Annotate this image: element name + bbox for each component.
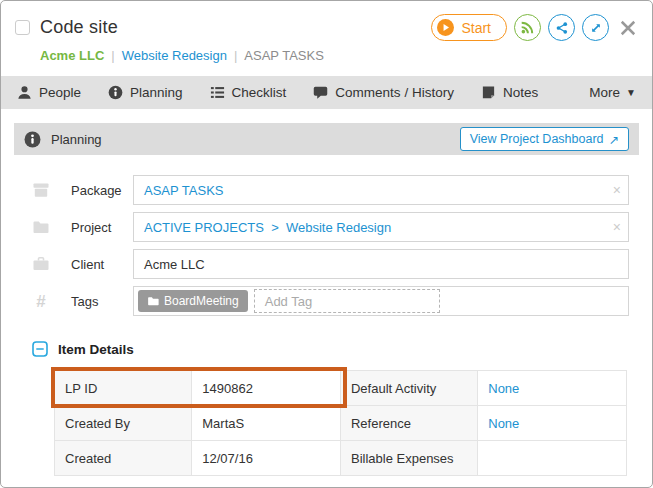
project-field-row: Project ACTIVE PROJECTS > Website Redesi… — [14, 212, 639, 242]
tags-field-row: # Tags BoardMeeting Add Tag — [14, 286, 639, 316]
view-project-dashboard-button[interactable]: View Project Dashboard ↗ — [460, 127, 629, 151]
tab-label: Checklist — [232, 85, 287, 100]
table-row: Created By MartaS Reference None — [55, 406, 627, 441]
breadcrumb-separator: | — [234, 48, 237, 63]
tab-label: Planning — [130, 85, 183, 100]
feed-icon[interactable] — [514, 14, 541, 41]
package-input[interactable]: ASAP TASKS × — [133, 175, 629, 205]
section-title: Planning — [51, 132, 102, 147]
checklist-icon — [210, 85, 225, 100]
tab-people[interactable]: People — [17, 85, 81, 100]
lp-id-label: LP ID — [55, 371, 192, 406]
package-field-row: Package ASAP TASKS × — [14, 175, 639, 205]
project-input[interactable]: ACTIVE PROJECTS > Website Redesign × — [133, 212, 629, 242]
planning-section-header: Planning View Project Dashboard ↗ — [14, 123, 639, 155]
folder-icon — [147, 295, 159, 307]
planning-fields: Package ASAP TASKS × Project ACTIVE PROJ… — [14, 175, 639, 316]
tab-label: Notes — [503, 85, 538, 100]
project-value[interactable]: ACTIVE PROJECTS > Website Redesign — [144, 220, 391, 235]
chevron-down-icon: ▼ — [626, 87, 636, 98]
billable-expenses-label: Billable Expenses — [340, 441, 477, 476]
reference-label: Reference — [340, 406, 477, 441]
created-by-value: MartaS — [192, 406, 341, 441]
client-input[interactable]: Acme LLC — [133, 249, 629, 279]
briefcase-icon — [31, 255, 51, 273]
clear-icon[interactable]: × — [613, 183, 621, 197]
dashboard-button-label: View Project Dashboard — [470, 132, 604, 146]
tab-checklist[interactable]: Checklist — [210, 85, 287, 100]
external-link-icon: ↗ — [609, 132, 619, 147]
info-icon — [108, 85, 123, 100]
tab-comments-history[interactable]: Comments / History — [313, 85, 454, 100]
tab-bar: People Planning Checklist Comments / His… — [1, 76, 652, 109]
field-label: Client — [71, 257, 133, 272]
package-icon — [31, 181, 51, 199]
task-detail-dialog: Code site Start — [0, 0, 653, 488]
item-details-header: Item Details — [32, 341, 639, 357]
tab-label: People — [39, 85, 81, 100]
info-icon — [24, 131, 41, 148]
breadcrumb-project[interactable]: Website Redesign — [122, 48, 227, 63]
created-by-label: Created By — [55, 406, 192, 441]
field-label: Project — [71, 220, 133, 235]
client-field-row: Client Acme LLC — [14, 249, 639, 279]
comment-icon — [313, 85, 328, 100]
play-icon — [437, 19, 454, 36]
field-label: Tags — [71, 294, 133, 309]
header: Code site Start — [1, 1, 652, 63]
tab-label: Comments / History — [335, 85, 454, 100]
breadcrumb-package[interactable]: ASAP TASKS — [244, 48, 324, 63]
created-label: Created — [55, 441, 192, 476]
close-icon[interactable] — [618, 18, 638, 38]
start-button-label: Start — [461, 20, 491, 36]
task-checkbox[interactable] — [15, 20, 30, 35]
billable-expenses-value — [478, 441, 627, 476]
created-value: 12/07/16 — [192, 441, 341, 476]
tab-planning[interactable]: Planning — [108, 85, 183, 100]
tag-label: BoardMeeting — [164, 294, 239, 308]
lp-id-value: 1490862 — [192, 371, 341, 406]
package-value[interactable]: ASAP TASKS — [144, 183, 224, 198]
tags-input[interactable]: BoardMeeting Add Tag — [133, 286, 629, 316]
collapse-icon[interactable] — [32, 341, 48, 357]
breadcrumb-client[interactable]: Acme LLC — [40, 48, 104, 63]
item-details-title: Item Details — [58, 342, 134, 357]
item-details-table: LP ID 1490862 Default Activity None Crea… — [54, 370, 627, 476]
clear-icon[interactable]: × — [613, 220, 621, 234]
client-value[interactable]: Acme LLC — [144, 257, 205, 272]
tag-chip[interactable]: BoardMeeting — [138, 290, 248, 312]
breadcrumb: Acme LLC | Website Redesign | ASAP TASKS — [40, 48, 638, 63]
default-activity-label: Default Activity — [340, 371, 477, 406]
add-tag-input[interactable]: Add Tag — [254, 289, 440, 313]
page-title: Code site — [40, 17, 118, 38]
notes-icon — [481, 85, 496, 100]
expand-icon[interactable] — [582, 14, 609, 41]
planning-panel: Planning View Project Dashboard ↗ Packag… — [1, 109, 652, 476]
field-label: Package — [71, 183, 133, 198]
share-icon[interactable] — [548, 14, 575, 41]
hash-icon: # — [31, 293, 51, 310]
default-activity-value[interactable]: None — [488, 381, 519, 396]
reference-value[interactable]: None — [488, 416, 519, 431]
start-button[interactable]: Start — [431, 14, 507, 41]
person-icon — [17, 85, 32, 100]
tab-more[interactable]: More ▼ — [589, 85, 636, 100]
more-label: More — [589, 85, 620, 100]
table-row: Created 12/07/16 Billable Expenses — [55, 441, 627, 476]
folder-icon — [31, 218, 51, 236]
table-row: LP ID 1490862 Default Activity None — [55, 371, 627, 406]
tab-notes[interactable]: Notes — [481, 85, 538, 100]
breadcrumb-separator: | — [111, 48, 114, 63]
